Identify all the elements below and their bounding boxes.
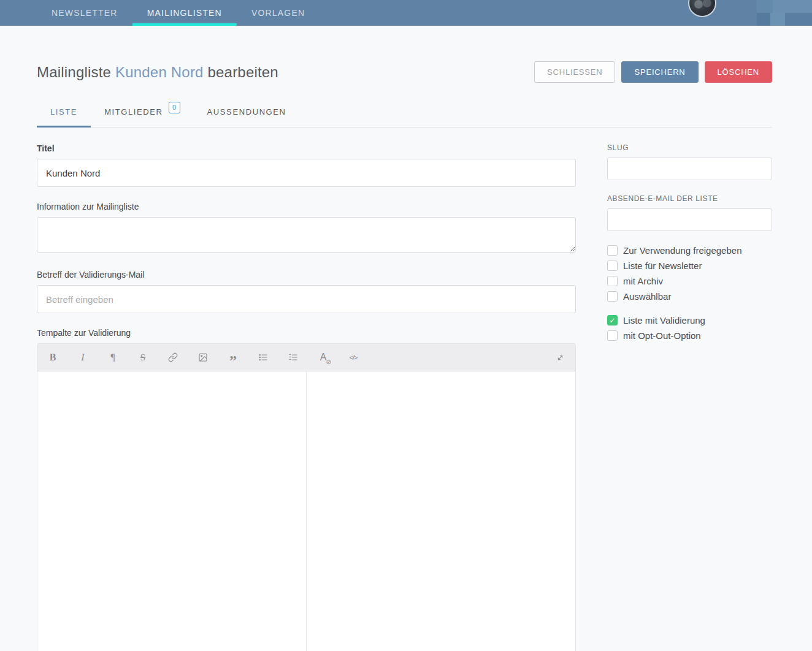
blockquote-icon[interactable]: ” xyxy=(226,349,240,366)
paragraph-icon[interactable]: ¶ xyxy=(106,349,120,366)
editor-toolbar: B I ¶ S ” xyxy=(37,344,575,371)
strikethrough-icon[interactable]: S xyxy=(136,349,150,366)
betreff-input[interactable] xyxy=(37,285,576,313)
nav-item-mailinglisten[interactable]: MAILINGLISTEN xyxy=(132,0,237,26)
checkbox-icon: ✓ xyxy=(607,330,618,341)
checkbox-liste-fuer-newsletter[interactable]: ✓ Liste für Newsletter xyxy=(607,261,772,271)
tab-aussendungen-label: AUSSENDUNGEN xyxy=(207,107,286,116)
checkbox-label: mit Archiv xyxy=(623,276,663,286)
info-label: Information zur Mailingliste xyxy=(37,202,576,211)
unordered-list-icon[interactable] xyxy=(256,349,270,366)
remove-format-icon[interactable]: A⊘ xyxy=(316,349,330,366)
tab-liste[interactable]: LISTE xyxy=(37,99,91,127)
info-textarea[interactable] xyxy=(37,217,576,253)
checkbox-label: Liste für Newsletter xyxy=(623,261,702,271)
editor-source-pane[interactable] xyxy=(37,371,307,651)
betreff-label: Betreff der Validierungs-Mail xyxy=(37,270,576,280)
checkbox-icon: ✓ xyxy=(607,261,618,271)
checkbox-label: Auswählbar xyxy=(623,291,671,302)
user-avatar[interactable] xyxy=(688,0,716,17)
checkbox-icon: ✓ xyxy=(607,315,618,326)
slug-label: SLUG xyxy=(607,143,772,152)
settings-column: SLUG ABSENDE-E-MAIL DER LISTE ✓ Zur Verw… xyxy=(607,143,772,651)
checkbox-icon: ✓ xyxy=(607,291,618,302)
editor-body xyxy=(37,371,575,651)
image-icon[interactable] xyxy=(196,349,210,366)
sender-email-label: ABSENDE-E-MAIL DER LISTE xyxy=(607,194,772,203)
top-navigation: NEWSLETTER MAILINGLISTEN VORLAGEN xyxy=(0,0,812,26)
detail-tabs: LISTE MITGLIEDER 0 AUSSENDUNGEN xyxy=(37,99,772,128)
link-icon[interactable] xyxy=(166,349,180,366)
slug-input[interactable] xyxy=(607,158,772,180)
tab-mitglieder[interactable]: MITGLIEDER 0 xyxy=(91,99,193,127)
checkbox-zur-verwendung-freigegeben[interactable]: ✓ Zur Verwendung freigegeben xyxy=(607,245,772,256)
ordered-list-icon[interactable] xyxy=(286,349,300,366)
checkbox-label: Zur Verwendung freigegeben xyxy=(623,245,741,256)
save-button[interactable]: SPEICHERN xyxy=(621,61,698,83)
header-actions: SCHLIESSEN SPEICHERN LÖSCHEN xyxy=(534,61,772,83)
titel-label: Titel xyxy=(37,143,576,153)
page-title-prefix: Mailingliste xyxy=(37,64,115,80)
page-title-suffix: bearbeiten xyxy=(204,64,278,80)
tab-aussendungen[interactable]: AUSSENDUNGEN xyxy=(194,99,300,127)
template-label: Tempalte zur Validierung xyxy=(37,328,576,338)
titel-input[interactable] xyxy=(37,159,576,187)
validation-template-editor: B I ¶ S ” xyxy=(37,343,576,651)
checkbox-group-validation: ✓ Liste mit Validierung ✓ mit Opt-Out-Op… xyxy=(607,315,772,341)
checkbox-mit-archiv[interactable]: ✓ mit Archiv xyxy=(607,276,772,286)
checkbox-icon: ✓ xyxy=(607,276,618,286)
checkbox-group-general: ✓ Zur Verwendung freigegeben ✓ Liste für… xyxy=(607,245,772,302)
checkbox-label: Liste mit Validierung xyxy=(623,315,705,326)
checkbox-auswaehlbar[interactable]: ✓ Auswählbar xyxy=(607,291,772,302)
code-icon[interactable]: </> xyxy=(347,349,360,366)
nav-item-newsletter[interactable]: NEWSLETTER xyxy=(37,0,132,26)
editor-preview-pane[interactable] xyxy=(307,371,575,651)
close-button[interactable]: SCHLIESSEN xyxy=(534,61,615,83)
delete-button[interactable]: LÖSCHEN xyxy=(705,61,772,83)
page-title-list-name: Kunden Nord xyxy=(115,64,204,80)
form-column: Titel Information zur Mailingliste Betre… xyxy=(37,143,576,651)
checkbox-mit-opt-out-option[interactable]: ✓ mit Opt-Out-Option xyxy=(607,330,772,341)
checkbox-label: mit Opt-Out-Option xyxy=(623,330,701,341)
checkbox-icon: ✓ xyxy=(607,245,618,256)
fullscreen-icon[interactable] xyxy=(553,349,567,366)
italic-icon[interactable]: I xyxy=(76,349,90,366)
tab-liste-label: LISTE xyxy=(50,107,77,116)
member-count-badge: 0 xyxy=(169,102,180,113)
page-title: Mailingliste Kunden Nord bearbeiten xyxy=(37,64,278,81)
nav-item-vorlagen[interactable]: VORLAGEN xyxy=(237,0,320,26)
tab-mitglieder-label: MITGLIEDER xyxy=(104,107,163,116)
sender-email-input[interactable] xyxy=(607,208,772,231)
checkbox-liste-mit-validierung[interactable]: ✓ Liste mit Validierung xyxy=(607,315,772,326)
decorative-mosaic xyxy=(757,0,812,26)
bold-icon[interactable]: B xyxy=(46,349,59,366)
